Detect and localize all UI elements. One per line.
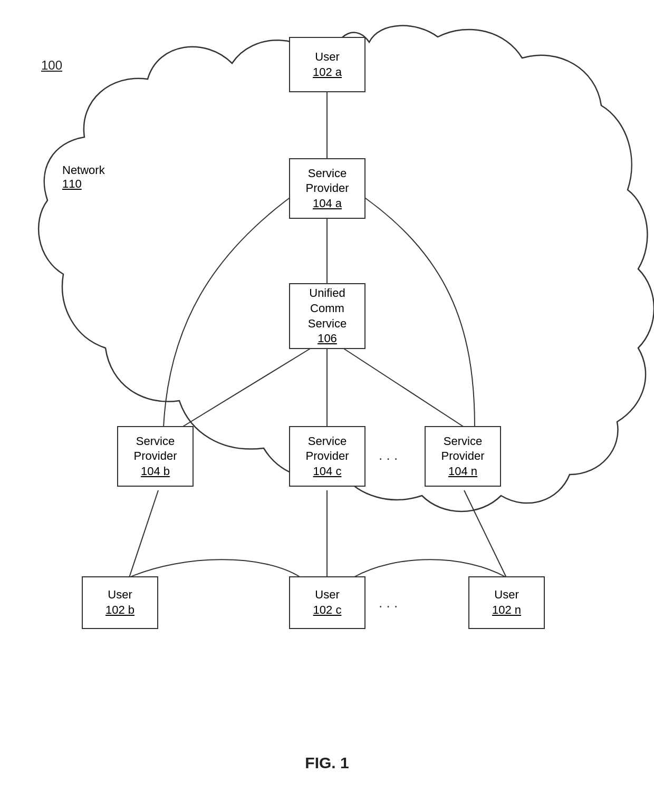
service-provider-104a-box: ServiceProvider 104 a xyxy=(289,158,366,219)
svg-line-2 xyxy=(182,348,311,427)
user-102c-label: User xyxy=(315,587,339,603)
svg-line-4 xyxy=(343,348,464,427)
dots-users: . . . xyxy=(379,595,398,611)
svg-line-5 xyxy=(129,490,158,577)
user-102c-box: User 102 c xyxy=(289,576,366,629)
user-102a-box: User 102 a xyxy=(289,37,366,92)
service-provider-104c-ref: 104 c xyxy=(313,464,342,479)
service-provider-104b-box: ServiceProvider 104 b xyxy=(117,426,194,487)
user-102a-label: User xyxy=(315,50,339,65)
user-102b-box: User 102 b xyxy=(82,576,158,629)
network-label: Network 110 xyxy=(62,163,105,191)
diagram-svg xyxy=(0,0,654,812)
user-102b-label: User xyxy=(108,587,132,603)
user-102b-ref: 102 b xyxy=(105,603,134,618)
service-provider-104b-label: ServiceProvider xyxy=(134,434,177,464)
service-provider-104a-label: ServiceProvider xyxy=(306,166,349,196)
service-provider-104c-box: ServiceProvider 104 c xyxy=(289,426,366,487)
user-102c-ref: 102 c xyxy=(313,603,342,618)
diagram-container: 100 Network 110 User 102 a ServiceProvid… xyxy=(0,0,654,812)
unified-comm-106-ref: 106 xyxy=(318,331,337,346)
service-provider-104n-box: ServiceProvider 104 n xyxy=(425,426,501,487)
user-102a-ref: 102 a xyxy=(313,65,342,80)
user-102n-label: User xyxy=(494,587,518,603)
dots-providers: . . . xyxy=(379,447,398,463)
service-provider-104n-label: ServiceProvider xyxy=(441,434,485,464)
unified-comm-106-label: UnifiedCommService xyxy=(308,286,347,331)
service-provider-104b-ref: 104 b xyxy=(141,464,170,479)
service-provider-104a-ref: 104 a xyxy=(313,196,342,211)
label-100: 100 xyxy=(41,58,62,73)
user-102n-ref: 102 n xyxy=(492,603,521,618)
user-102n-box: User 102 n xyxy=(468,576,545,629)
service-provider-104n-ref: 104 n xyxy=(448,464,477,479)
figure-label: FIG. 1 xyxy=(274,754,380,772)
unified-comm-106-box: UnifiedCommService 106 xyxy=(289,283,366,349)
service-provider-104c-label: ServiceProvider xyxy=(306,434,349,464)
